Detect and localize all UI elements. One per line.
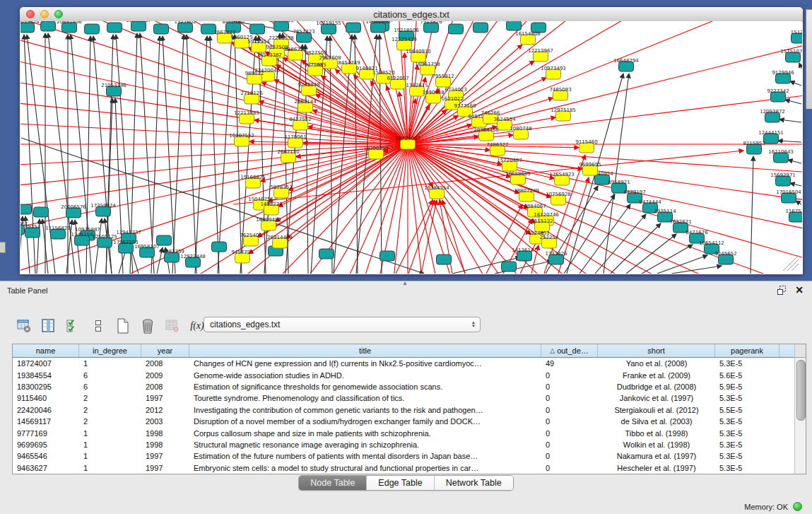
table-selector-dropdown[interactable]: citations_edges.txt ▲▼ bbox=[204, 317, 481, 332]
column-header-in_degree[interactable]: in_degree bbox=[79, 344, 141, 357]
cell-in_degree[interactable]: 2 bbox=[79, 406, 141, 414]
graph-node[interactable] bbox=[346, 23, 361, 33]
cell-out_degree[interactable]: 0 bbox=[541, 464, 598, 472]
graph-node[interactable] bbox=[107, 23, 122, 33]
cell-name[interactable]: 9777169 bbox=[13, 429, 79, 438]
scrollbar-thumb[interactable] bbox=[796, 360, 806, 421]
graph-node[interactable] bbox=[154, 24, 169, 34]
graph-node[interactable] bbox=[437, 255, 452, 264]
cell-pagerank[interactable]: 5.5E-5 bbox=[715, 406, 779, 414]
column-header-name[interactable]: name bbox=[13, 344, 79, 357]
column-header-title[interactable]: title bbox=[189, 344, 541, 357]
column-select-icon[interactable] bbox=[65, 317, 82, 334]
cell-year[interactable]: 2012 bbox=[141, 406, 189, 414]
tab-node-table[interactable]: Node Table bbox=[299, 476, 367, 490]
cell-title[interactable]: Embryonic stem cells: a model to study s… bbox=[189, 464, 541, 472]
cell-short[interactable]: de Silva et al. (2003) bbox=[598, 417, 715, 426]
graph-node[interactable] bbox=[34, 207, 49, 217]
table-row[interactable]: 2242004622012Investigating the contribut… bbox=[13, 404, 794, 416]
cell-out_degree[interactable]: 0 bbox=[541, 382, 598, 391]
cell-edit-icon[interactable] bbox=[90, 317, 107, 334]
tab-edge-table[interactable]: Edge Table bbox=[367, 476, 434, 490]
cell-short[interactable]: Wolkin et al. (1998) bbox=[598, 440, 715, 449]
cell-pagerank[interactable]: 5.3E-5 bbox=[715, 464, 779, 472]
tab-network-table[interactable]: Network Table bbox=[435, 476, 513, 490]
cell-out_degree[interactable]: 0 bbox=[541, 406, 598, 414]
cell-pagerank[interactable]: 5.3E-5 bbox=[715, 452, 779, 460]
network-canvas[interactable]: 2405572420691406106532871527602846616016… bbox=[20, 21, 802, 274]
column-header-year[interactable]: year bbox=[141, 344, 189, 357]
cell-short[interactable]: Yano et al. (2008) bbox=[598, 359, 715, 368]
window-titlebar[interactable]: citations_edges.txt bbox=[20, 7, 803, 22]
cell-short[interactable]: Jankovic et al. (1997) bbox=[598, 394, 715, 402]
table-row[interactable]: 1456911722003Disruption of a novel membe… bbox=[13, 416, 794, 427]
cell-pagerank[interactable]: 5.3E-5 bbox=[715, 394, 779, 402]
cell-title[interactable]: Tourette syndrome. Phenomenology and cla… bbox=[189, 394, 541, 402]
new-table-icon[interactable] bbox=[114, 317, 131, 334]
cell-short[interactable]: Franke et al. (2009) bbox=[598, 371, 715, 380]
graph-node[interactable] bbox=[507, 21, 522, 30]
cell-out_degree[interactable]: 0 bbox=[541, 452, 598, 460]
cell-title[interactable]: Disruption of a novel member of a sodium… bbox=[189, 417, 541, 426]
resize-grip-icon[interactable] bbox=[792, 264, 799, 271]
table-row[interactable]: 946554611997Estimation of the future num… bbox=[13, 450, 794, 462]
cell-short[interactable]: Hescheler et al. (1997) bbox=[598, 464, 715, 472]
cell-name[interactable]: 9463627 bbox=[13, 464, 79, 472]
column-display-icon[interactable] bbox=[40, 317, 57, 334]
table-row[interactable]: 1830029562008Estimation of significance … bbox=[13, 381, 794, 392]
cell-name[interactable]: 18724007 bbox=[13, 359, 79, 368]
graph-node[interactable] bbox=[20, 204, 32, 214]
cell-year[interactable]: 2008 bbox=[141, 382, 189, 391]
cell-year[interactable]: 1997 bbox=[141, 464, 189, 472]
delete-table-icon[interactable] bbox=[139, 317, 156, 334]
cell-out_degree[interactable]: 0 bbox=[541, 394, 598, 402]
cell-pagerank[interactable]: 5.3E-5 bbox=[715, 417, 779, 426]
close-panel-icon[interactable]: ✕ bbox=[795, 285, 804, 295]
graph-node[interactable] bbox=[41, 21, 56, 31]
cell-short[interactable]: Stergiakouli et al. (2012) bbox=[598, 406, 715, 414]
table-row[interactable]: 1872400712008Changes of HCN gene express… bbox=[13, 358, 794, 369]
cell-year[interactable]: 2003 bbox=[141, 417, 189, 426]
graph-node[interactable] bbox=[319, 249, 334, 259]
resize-grip-icon[interactable] bbox=[783, 255, 799, 271]
column-header-short[interactable]: short bbox=[598, 344, 715, 357]
cell-pagerank[interactable]: 5.3E-5 bbox=[715, 440, 779, 449]
graph-node[interactable] bbox=[449, 24, 464, 34]
cell-in_degree[interactable]: 2 bbox=[79, 417, 141, 426]
cell-title[interactable]: Estimation of significance thresholds fo… bbox=[189, 382, 541, 391]
cell-year[interactable]: 1998 bbox=[141, 429, 189, 438]
cell-in_degree[interactable]: 1 bbox=[79, 429, 141, 438]
cell-title[interactable]: Estimation of the future numbers of pati… bbox=[189, 452, 541, 460]
cell-year[interactable]: 1997 bbox=[141, 452, 189, 460]
column-header-pagerank[interactable]: pagerank bbox=[715, 344, 779, 357]
table-row[interactable]: 977716911998Corpus callosum shape and si… bbox=[13, 427, 794, 438]
cell-out_degree[interactable]: 49 bbox=[541, 359, 598, 368]
graph-node[interactable] bbox=[85, 24, 100, 34]
graph-node[interactable] bbox=[380, 251, 395, 261]
cell-year[interactable]: 1997 bbox=[141, 394, 189, 402]
cell-name[interactable]: 14569117 bbox=[13, 417, 79, 426]
splitter-grip-icon[interactable]: ▲ bbox=[402, 280, 408, 286]
table-row[interactable]: 946362711997Embryonic stem cells: a mode… bbox=[13, 462, 794, 474]
cell-short[interactable]: Tibbo et al. (1998) bbox=[598, 429, 715, 438]
graph-node[interactable] bbox=[250, 24, 265, 34]
cell-out_degree[interactable]: 0 bbox=[541, 429, 598, 438]
cell-pagerank[interactable]: 5.6E-5 bbox=[715, 371, 779, 380]
cell-name[interactable]: 18300295 bbox=[13, 382, 79, 391]
graph-node[interactable] bbox=[212, 242, 227, 252]
table-row[interactable]: 969969511998Structural magnetic resonanc… bbox=[13, 439, 794, 450]
cell-out_degree[interactable]: 0 bbox=[541, 371, 598, 380]
cell-name[interactable]: 9465546 bbox=[13, 452, 79, 460]
table-row[interactable]: 911546021997Tourette syndrome. Phenomeno… bbox=[13, 392, 794, 404]
cell-name[interactable]: 9115460 bbox=[13, 394, 79, 402]
cell-short[interactable]: Dudbridge et al. (2008) bbox=[598, 382, 715, 391]
cell-title[interactable]: Changes of HCN gene expression and I(f) … bbox=[189, 359, 541, 368]
table-mode-icon[interactable] bbox=[16, 317, 33, 334]
cell-out_degree[interactable]: 0 bbox=[541, 440, 598, 449]
cell-short[interactable]: Nakamura et al. (1997) bbox=[598, 452, 715, 460]
cell-pagerank[interactable]: 5.3E-5 bbox=[715, 429, 779, 438]
cell-out_degree[interactable]: 0 bbox=[541, 417, 598, 426]
cell-title[interactable]: Structural magnetic resonance image aver… bbox=[189, 440, 541, 449]
cell-in_degree[interactable]: 6 bbox=[79, 371, 141, 380]
cell-name[interactable]: 19384554 bbox=[13, 371, 79, 380]
